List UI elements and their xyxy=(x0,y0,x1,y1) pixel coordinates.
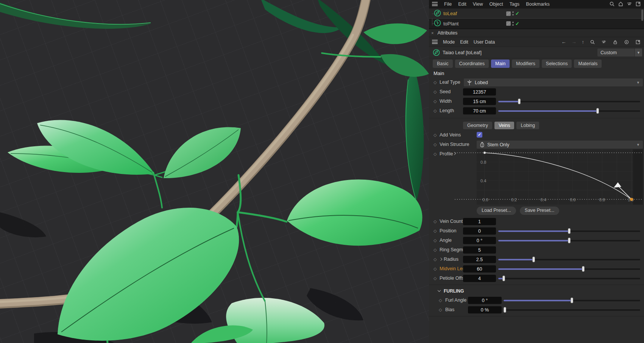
back-arrow-icon[interactable]: ← xyxy=(561,39,566,45)
petiole-offset-input[interactable]: 4 xyxy=(463,275,496,282)
curve-start-point[interactable] xyxy=(483,152,486,154)
tab-coordinates[interactable]: Coordinates xyxy=(455,60,489,68)
open-window-icon[interactable] xyxy=(635,39,641,45)
slider-handle[interactable] xyxy=(568,228,571,234)
slider-handle[interactable] xyxy=(518,99,521,104)
profile-curve-editor[interactable]: 0.8 0.4 0.0 0.2 0.4 0.6 0.8 1.0 xyxy=(477,149,643,205)
tab-modifiers[interactable]: Modifiers xyxy=(512,60,540,68)
chevron-right-icon[interactable] xyxy=(453,152,456,155)
enabled-check-icon[interactable]: ✓ xyxy=(515,11,519,16)
tab-basic[interactable]: Basic xyxy=(433,60,453,68)
bias-slider[interactable] xyxy=(504,307,640,313)
tab-materials[interactable]: Materials xyxy=(574,60,602,68)
param-label: Angle xyxy=(440,238,452,243)
midvein-length-input[interactable]: 60 xyxy=(463,265,496,273)
ring-segments-input[interactable]: 5 xyxy=(463,246,496,254)
radius-slider[interactable] xyxy=(498,257,640,262)
furl-angle-slider[interactable] xyxy=(504,298,640,303)
hamburger-icon[interactable] xyxy=(432,2,438,6)
chevron-right-icon[interactable] xyxy=(439,258,442,261)
diamond-icon: ◇ xyxy=(433,238,437,243)
object-name[interactable]: toPlant xyxy=(443,21,458,27)
svg-text:0.8: 0.8 xyxy=(599,197,605,202)
forward-arrow-icon[interactable]: → xyxy=(572,39,577,45)
object-name[interactable]: toLeaf xyxy=(443,11,457,16)
menu-bookmarks[interactable]: Bookmarks xyxy=(526,2,550,7)
lock-icon[interactable] xyxy=(612,39,618,45)
width-slider[interactable] xyxy=(498,99,640,104)
target-icon[interactable] xyxy=(624,39,630,45)
enabled-check-icon[interactable]: ✓ xyxy=(515,21,519,26)
subtab-veins[interactable]: Veins xyxy=(494,122,515,129)
preset-dropdown[interactable]: Custom ▼ xyxy=(597,49,642,56)
curve-end-point-selected[interactable] xyxy=(630,198,633,201)
viewport-scene xyxy=(0,0,429,343)
attributes-titlebar: × Attributes xyxy=(429,29,644,37)
radius-input[interactable]: 2.5 xyxy=(463,256,496,263)
menu-user-data[interactable]: User Data xyxy=(474,39,495,45)
menu-view[interactable]: View xyxy=(473,2,483,7)
slider-handle[interactable] xyxy=(502,276,505,281)
midvein-length-slider[interactable] xyxy=(498,266,640,272)
scrollbar-thumb[interactable] xyxy=(641,9,643,21)
filter-icon[interactable] xyxy=(626,1,632,7)
save-preset-button[interactable]: Save Preset... xyxy=(520,207,560,215)
length-slider[interactable] xyxy=(498,108,640,114)
tab-main[interactable]: Main xyxy=(491,60,510,68)
bias-input[interactable]: 0 % xyxy=(468,306,502,313)
angle-slider[interactable] xyxy=(498,238,640,243)
slider-handle[interactable] xyxy=(504,307,506,313)
hamburger-icon[interactable] xyxy=(432,40,438,44)
visibility-dots-icon[interactable] xyxy=(512,22,514,26)
param-row-angle: ◇ Angle 0 ° xyxy=(429,236,644,245)
vein-count-input[interactable]: 1 xyxy=(463,218,496,225)
viewport-3d[interactable] xyxy=(0,0,429,343)
param-label: Width xyxy=(440,99,452,104)
menu-edit[interactable]: Edit xyxy=(460,39,468,45)
subtab-lobing[interactable]: Lobing xyxy=(516,122,539,129)
length-input[interactable]: 70 cm xyxy=(463,107,496,114)
menu-tags[interactable]: Tags xyxy=(510,2,519,7)
menu-object[interactable]: Object xyxy=(490,2,503,7)
slider-handle[interactable] xyxy=(582,266,585,272)
chevron-down-icon[interactable]: ▼ xyxy=(635,49,642,56)
attribute-tabs: Basic Coordinates Main Modifiers Selecti… xyxy=(429,58,644,69)
leaf-outline-icon xyxy=(480,142,485,148)
load-preset-button[interactable]: Load Preset... xyxy=(477,207,516,215)
menu-file[interactable]: File xyxy=(444,2,452,7)
slider-handle[interactable] xyxy=(568,238,571,243)
furl-angle-input[interactable]: 0 ° xyxy=(468,297,502,304)
petiole-offset-slider[interactable] xyxy=(498,276,640,281)
attributes-menubar: Mode Edit User Data ← → ↑ xyxy=(429,37,644,47)
seed-input[interactable]: 12357 xyxy=(463,88,496,96)
search-icon[interactable] xyxy=(609,1,615,7)
home-icon[interactable] xyxy=(617,1,624,7)
close-icon[interactable]: × xyxy=(431,31,433,35)
diamond-icon: ◇ xyxy=(433,257,437,262)
add-veins-checkbox[interactable]: ✓ xyxy=(477,132,482,138)
layer-square-icon[interactable] xyxy=(506,21,511,26)
search-icon[interactable] xyxy=(589,39,596,45)
furling-section-header[interactable]: FURLING xyxy=(429,287,644,296)
position-slider[interactable] xyxy=(498,228,640,234)
object-row-toplant[interactable]: toPlant ✓ xyxy=(429,19,644,28)
slider-handle[interactable] xyxy=(596,108,599,114)
layer-square-icon[interactable] xyxy=(506,11,511,16)
slider-handle[interactable] xyxy=(532,257,535,262)
up-arrow-icon[interactable]: ↑ xyxy=(582,39,585,45)
angle-input[interactable]: 0 ° xyxy=(463,237,496,244)
menu-edit[interactable]: Edit xyxy=(458,2,466,7)
param-row-bias: ◇ Bias 0 % xyxy=(429,305,644,315)
subtab-geometry[interactable]: Geometry xyxy=(463,122,492,129)
object-row-toleaf[interactable]: toLeaf ✓ xyxy=(429,9,644,19)
tab-selections[interactable]: Selections xyxy=(542,60,572,68)
slider-handle[interactable] xyxy=(571,298,573,303)
menu-mode[interactable]: Mode xyxy=(443,39,455,45)
leaf-type-dropdown[interactable]: Lobed ▼ xyxy=(464,78,643,86)
visibility-dots-icon[interactable] xyxy=(512,11,514,16)
vein-structure-dropdown[interactable]: Stem Only ▼ xyxy=(477,141,643,149)
filter-icon[interactable] xyxy=(601,39,607,45)
width-input[interactable]: 15 cm xyxy=(463,98,496,105)
position-input[interactable]: 0 xyxy=(463,227,496,235)
open-window-icon[interactable] xyxy=(635,1,641,7)
